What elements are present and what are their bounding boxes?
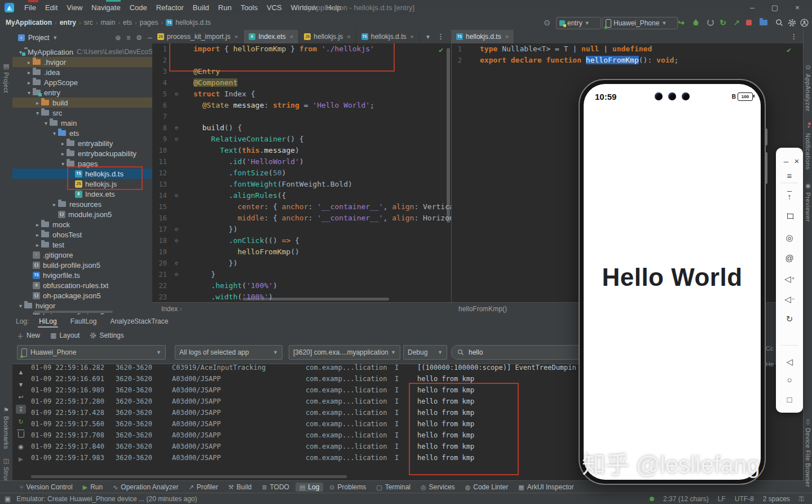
project-panel-header[interactable]: ▸ Project ▼ ⊕≡⚙— [12, 30, 153, 46]
tab-close-icon[interactable]: × [347, 33, 350, 40]
breadcrumb-item[interactable]: ets [123, 19, 132, 26]
menu-tools[interactable]: Tools [236, 0, 262, 15]
menu-refactor[interactable]: Refactor [152, 0, 188, 15]
menu-code[interactable]: Code [125, 0, 152, 15]
tree-item-entry[interactable]: ▾entry [12, 87, 152, 98]
hello-world-text[interactable]: Hello World [584, 263, 761, 291]
lock-icon[interactable]: ⚿ [799, 495, 804, 503]
tree-chevron-icon[interactable]: ▸ [34, 232, 41, 238]
tree-item-hellokjs-js[interactable]: JShellokjs.js [12, 179, 152, 189]
crop-icon[interactable] [784, 211, 795, 222]
tree-item-oh-package-json5[interactable]: {}oh-package.json5 [12, 290, 152, 300]
back-icon[interactable]: ◁ [784, 356, 795, 366]
log-device-filter[interactable]: Huawei_Phone▼ [17, 345, 166, 360]
tree-chevron-icon[interactable]: ▸ [51, 201, 58, 207]
tab-hellokjs-js[interactable]: JShellokjs.js× [299, 30, 356, 43]
stripe-item-device-file-browser[interactable]: ▯Device File Browser [804, 418, 812, 487]
tree-item--gitignore[interactable]: ◦.gitignore [12, 250, 152, 260]
menu-run[interactable]: Run [214, 0, 236, 15]
tree-item-entrybackupability[interactable]: ▸entrybackupability [12, 148, 152, 158]
menu-file[interactable]: File [20, 0, 41, 15]
tree-hscrollbar[interactable] [34, 311, 113, 313]
tree-item-entryability[interactable]: ▸entryability [12, 138, 152, 148]
locate-icon[interactable]: ⊕ [115, 34, 121, 42]
tree-chevron-icon[interactable]: ▸ [34, 100, 41, 106]
log-tab-faultlog[interactable]: FaultLog [64, 315, 104, 328]
tab-close-icon[interactable]: × [235, 33, 238, 40]
profile-button[interactable] [705, 17, 716, 28]
fold-marker-icon[interactable]: ⊖ [175, 134, 178, 145]
fold-marker-icon[interactable]: ⊖ [175, 190, 178, 201]
breadcrumb-file[interactable]: hellokjs.d.ts [175, 19, 211, 26]
log-layout-button[interactable]: ▦Layout [50, 331, 80, 339]
run-button[interactable]: ↪ [676, 17, 687, 28]
tool-window-switcher-icon[interactable]: ▣ [5, 495, 11, 503]
tree-item-module-json5[interactable]: {}module.json5 [12, 209, 152, 219]
tree-chevron-icon[interactable]: ▾ [59, 161, 67, 167]
menu-icon[interactable]: ≡ [784, 170, 795, 180]
tree-item-hvigorfile-ts[interactable]: TShvigorfile.ts [12, 270, 152, 280]
volume-down-icon[interactable]: ◁− [784, 294, 795, 304]
tab-close-icon[interactable]: × [290, 33, 293, 40]
stripe-item-project[interactable]: ▤Project [0, 63, 12, 93]
tab-process-kit-import-js[interactable]: JSprocess_kit_import.js× [152, 30, 244, 43]
fold-marker-icon[interactable]: ⊖ [175, 258, 178, 269]
code-editor-index-ets[interactable]: ✔ 1import { helloFromKmp } from './hello… [152, 43, 451, 302]
device-manager-button[interactable] [758, 17, 769, 28]
tree-chevron-icon[interactable]: ▸ [25, 59, 33, 65]
tool-button-code-linter[interactable]: ◍Code Linter [461, 483, 513, 492]
tree-chevron-icon[interactable]: ▾ [25, 90, 33, 96]
tool-button-version-control[interactable]: ⑂Version Control [16, 483, 77, 492]
menu-build[interactable]: Build [188, 0, 214, 15]
record-icon[interactable]: ◎ [784, 232, 795, 242]
log-tab-hilog[interactable]: HiLog [32, 315, 63, 328]
tool-button-services[interactable]: ◎Services [417, 483, 459, 492]
expand-all-icon[interactable]: ≡ [126, 34, 130, 42]
tree-chevron-icon[interactable]: ▸ [25, 69, 33, 76]
minimize-button[interactable]: – [741, 0, 764, 15]
environment-status-icon[interactable]: ⊙ [541, 17, 553, 28]
emulator-phone[interactable]: 10:59 B 100 Hello World [579, 79, 766, 485]
tree-item-src[interactable]: ▾src [12, 108, 152, 118]
rerun-button[interactable]: ↻ [717, 17, 729, 28]
tree-chevron-icon[interactable]: ▸ [59, 151, 67, 157]
fold-marker-icon[interactable]: ⊖ [175, 89, 178, 100]
tool-button-terminal[interactable]: ▢Terminal [372, 483, 414, 492]
tree-chevron-icon[interactable]: ▾ [34, 110, 41, 116]
maximize-button[interactable]: ▢ [764, 0, 786, 15]
tool-button-arkui-inspector[interactable]: ▦ArkUI Inspector [514, 483, 577, 492]
menu-vcs[interactable]: VCS [262, 0, 286, 15]
tree-item-obfuscation-rules-txt[interactable]: ≡obfuscation-rules.txt [12, 280, 152, 290]
breadcrumb-element[interactable]: Index › [161, 303, 182, 315]
breadcrumb-item[interactable]: main [100, 19, 115, 26]
log-scope-filter[interactable]: All logs of selected app▼ [175, 345, 283, 360]
log-process-filter[interactable]: [3620] com.exa....myapplication▼ [289, 345, 400, 360]
log-tab-analyzestacktrace[interactable]: AnalyzeStackTrace [103, 315, 175, 328]
stripe-item-previewer[interactable]: ◉Previewer [804, 182, 812, 222]
tree-item-test[interactable]: ▸test [12, 240, 152, 250]
fold-marker-icon[interactable]: ⊖ [175, 122, 178, 134]
tree-chevron-icon[interactable]: ▸ [34, 242, 41, 248]
fold-marker-icon[interactable]: ⊖ [175, 269, 178, 280]
tree-chevron-icon[interactable]: ▸ [34, 222, 41, 228]
log-level-filter[interactable]: Debug▼ [403, 345, 447, 360]
breadcrumb-item[interactable]: entry [60, 19, 76, 26]
tree-chevron-icon[interactable]: ▾ [51, 130, 58, 136]
menu-navigate[interactable]: Navigate [87, 0, 125, 15]
tree-item-hvigor[interactable]: ▾hvigor [12, 300, 152, 311]
tree-item-appscope[interactable]: ▸AppScope [12, 77, 152, 87]
log-new-button[interactable]: ＋New [17, 331, 40, 341]
scroll-top-icon[interactable]: ↑ [784, 191, 795, 201]
tree-item-main[interactable]: ▾main [12, 118, 152, 128]
tree-item-mock[interactable]: ▸mock [12, 219, 152, 229]
search-everywhere-button[interactable] [774, 17, 785, 28]
log-hscrollbar[interactable] [31, 475, 347, 478]
tool-button-run[interactable]: ▶Run [79, 483, 107, 492]
module-selector[interactable]: entry ▼ [556, 17, 601, 29]
tree-item-pages[interactable]: ▾pages [12, 158, 152, 169]
tool-button-problems[interactable]: ⊙Problems [325, 483, 370, 492]
tree-item-build[interactable]: ▸build [12, 98, 152, 108]
tree-chevron-icon[interactable]: ▸ [25, 79, 33, 86]
volume-up-icon[interactable]: ◁+ [784, 273, 795, 284]
breadcrumb-item[interactable]: MyApplication [6, 19, 52, 26]
